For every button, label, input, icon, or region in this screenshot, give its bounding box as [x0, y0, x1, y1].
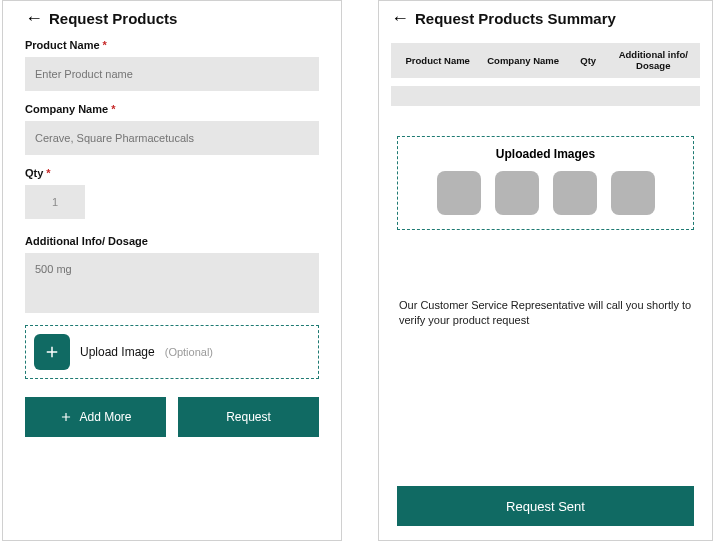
summary-table: Product Name Company Name Qty Additional…	[391, 43, 700, 106]
page-title: Request Products Summary	[415, 10, 616, 27]
upload-optional-text: (Optional)	[165, 346, 213, 358]
col-qty: Qty	[566, 55, 611, 66]
col-company-name: Company Name	[480, 55, 565, 66]
uploaded-thumbnail[interactable]	[553, 171, 597, 215]
qty-label: Qty *	[25, 167, 319, 179]
page-title: Request Products	[49, 10, 177, 27]
button-label: Request Sent	[506, 499, 585, 514]
required-star: *	[103, 39, 107, 51]
uploaded-images-box: Uploaded Images	[397, 136, 694, 230]
notice-text: Our Customer Service Representative will…	[399, 298, 692, 328]
uploaded-images-title: Uploaded Images	[410, 147, 681, 161]
back-arrow-icon[interactable]: ←	[391, 9, 409, 27]
label-text: Qty	[25, 167, 43, 179]
uploaded-thumbnail[interactable]	[611, 171, 655, 215]
required-star: *	[111, 103, 115, 115]
action-button-row: Add More Request	[25, 397, 319, 437]
plus-icon	[43, 343, 61, 361]
company-name-label: Company Name *	[25, 103, 319, 115]
button-label: Add More	[79, 410, 131, 424]
company-name-input[interactable]	[25, 121, 319, 155]
request-sent-button[interactable]: Request Sent	[397, 486, 694, 526]
request-button[interactable]: Request	[178, 397, 319, 437]
additional-info-label: Additional Info/ Dosage	[25, 235, 319, 247]
add-more-button[interactable]: Add More	[25, 397, 166, 437]
header: ← Request Products	[25, 9, 319, 27]
required-star: *	[46, 167, 50, 179]
uploaded-thumbnail[interactable]	[495, 171, 539, 215]
upload-image-box[interactable]: Upload Image (Optional)	[25, 325, 319, 379]
uploaded-thumbnails	[410, 171, 681, 215]
col-product-name: Product Name	[395, 55, 480, 66]
product-name-input[interactable]	[25, 57, 319, 91]
label-text: Product Name	[25, 39, 100, 51]
request-products-screen: ← Request Products Product Name * Compan…	[2, 0, 342, 541]
button-label: Request	[226, 410, 271, 424]
label-text: Additional Info/ Dosage	[25, 235, 148, 247]
uploaded-thumbnail[interactable]	[437, 171, 481, 215]
qty-input[interactable]	[25, 185, 85, 219]
plus-icon	[59, 410, 73, 424]
table-header: Product Name Company Name Qty Additional…	[391, 43, 700, 78]
request-summary-screen: ← Request Products Summary Product Name …	[378, 0, 713, 541]
back-arrow-icon[interactable]: ←	[25, 9, 43, 27]
product-name-label: Product Name *	[25, 39, 319, 51]
table-row	[391, 86, 700, 106]
upload-plus-button[interactable]	[34, 334, 70, 370]
label-text: Company Name	[25, 103, 108, 115]
col-additional: Additional info/ Dosage	[611, 49, 696, 72]
upload-label-text: Upload Image	[80, 345, 155, 359]
additional-info-input[interactable]	[25, 253, 319, 313]
header: ← Request Products Summary	[391, 9, 700, 27]
